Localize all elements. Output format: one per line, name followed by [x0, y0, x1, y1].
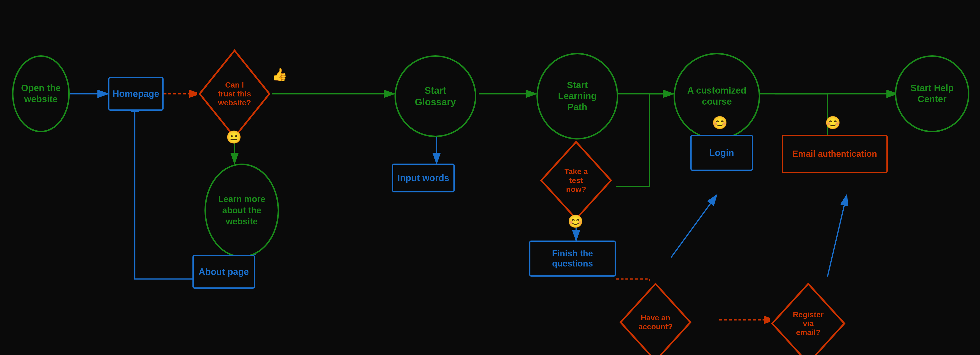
finish-questions-node: Finish thequestions	[529, 240, 616, 277]
flowchart: Open thewebsite Homepage Can Itrust this…	[0, 0, 980, 355]
start-glossary-label: StartGlossary	[415, 85, 456, 108]
login-label: Login	[709, 148, 734, 158]
svg-line-18	[827, 195, 847, 277]
open-website-label: Open thewebsite	[21, 83, 61, 105]
help-center-node: Start HelpCenter	[895, 55, 969, 132]
homepage-label: Homepage	[113, 89, 159, 99]
trust-diamond-label: Can Itrust thiswebsite?	[218, 81, 251, 107]
email-auth-node: Email authentication	[782, 135, 888, 173]
learn-more-label: Learn moreabout thewebsite	[218, 194, 265, 227]
take-test-diamond-label: Take atestnow?	[564, 167, 588, 194]
have-account-diamond-node: Have anaccount?	[618, 282, 693, 355]
homepage-node: Homepage	[108, 77, 164, 111]
login-node: Login	[690, 135, 753, 171]
thumbs-up-emoji: 👍	[272, 67, 288, 82]
open-website-node: Open thewebsite	[12, 55, 70, 132]
input-words-node: Input words	[392, 164, 455, 193]
smiley-emoji-4: 😊	[825, 115, 841, 130]
start-learning-label: StartLearningPath	[558, 80, 597, 113]
customized-course-label: A customizedcourse	[687, 85, 746, 107]
about-page-label: About page	[199, 267, 249, 277]
start-glossary-node: StartGlossary	[395, 55, 476, 137]
about-page-node: About page	[192, 255, 255, 289]
email-auth-label: Email authentication	[792, 149, 877, 159]
finish-questions-label: Finish thequestions	[552, 248, 593, 269]
input-words-label: Input words	[398, 173, 449, 183]
have-account-diamond-label: Have anaccount?	[638, 314, 673, 331]
trust-diamond-node: Can Itrust thiswebsite?	[197, 48, 272, 140]
start-learning-node: StartLearningPath	[536, 53, 618, 140]
smiley-emoji-3: 😊	[712, 115, 728, 130]
svg-line-16	[671, 195, 717, 257]
take-test-diamond-node: Take atestnow?	[539, 140, 613, 221]
register-diamond-label: Registerviaemail?	[793, 310, 824, 337]
learn-more-node: Learn moreabout thewebsite	[204, 164, 279, 257]
register-diamond-node: Registerviaemail?	[770, 282, 847, 355]
help-center-label: Start HelpCenter	[910, 83, 953, 105]
